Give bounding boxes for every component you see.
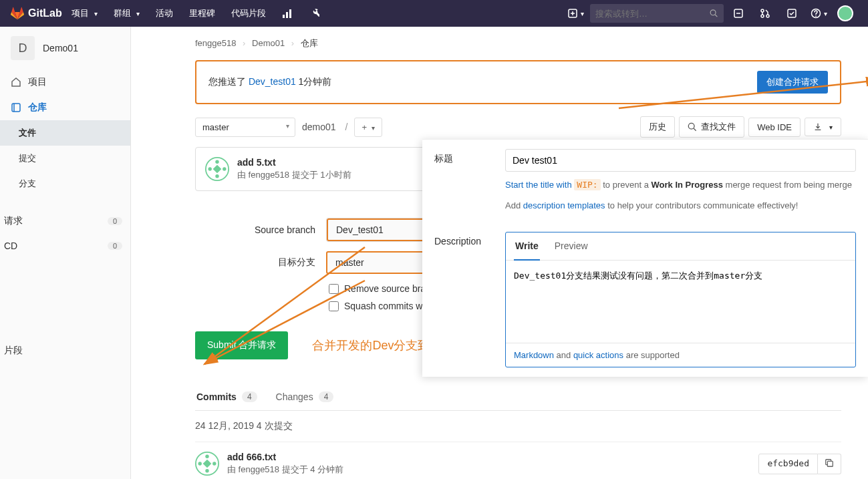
nav-issues-icon[interactable] [726, 0, 750, 27]
search-icon [688, 122, 697, 132]
svg-point-8 [766, 15, 769, 17]
sidebar-item-label: 分支 [19, 178, 36, 190]
mr-title-input[interactable] [505, 149, 856, 172]
sidebar-item-cd[interactable]: CD 0 [0, 234, 130, 258]
sidebar-item-snippets[interactable]: 片段 [0, 338, 130, 363]
tab-commits[interactable]: Commits 4 [195, 383, 259, 410]
nav-mr-icon[interactable] [753, 0, 777, 27]
mr-description-textarea[interactable]: Dev_test01分支结果测试没有问题，第二次合并到master分支 [506, 261, 855, 341]
chevron-down-icon: ▾ [370, 124, 375, 132]
nav-todos-icon[interactable] [780, 0, 804, 27]
gitlab-logo[interactable]: GitLab [11, 7, 62, 20]
svg-point-7 [761, 15, 764, 17]
nav-groups[interactable]: 群组▾ [107, 0, 146, 27]
nav-chart-icon[interactable] [275, 0, 299, 27]
sidebar-item-project[interactable]: 项目 [0, 69, 130, 95]
webide-button[interactable]: Web IDE [748, 118, 801, 137]
sidebar-item-requests[interactable]: 请求 0 [0, 208, 130, 234]
svg-point-23 [205, 469, 208, 472]
branch-selector[interactable]: master [195, 118, 295, 137]
template-hint: Add description templates to help your c… [505, 199, 856, 213]
count-badge: 4 [242, 391, 257, 402]
sidebar-item-label: 提交 [19, 152, 36, 164]
svg-point-21 [198, 462, 202, 465]
sidebar-item-label: 仓库 [28, 102, 47, 114]
tab-write[interactable]: Write [514, 232, 540, 261]
commit-title[interactable]: add 5.txt [237, 157, 351, 168]
push-message: 您推送了 Dev_test01 1分钟前 [208, 76, 331, 88]
sidebar-item-files[interactable]: 文件 [0, 120, 130, 146]
tab-preview[interactable]: Preview [553, 232, 589, 260]
sidebar-item-label: 片段 [4, 345, 23, 357]
commit-title[interactable]: add 666.txt [227, 452, 343, 462]
add-file-button[interactable]: + ▾ [354, 118, 382, 137]
breadcrumb-link[interactable]: Demo01 [252, 38, 285, 48]
nav-wrench-icon[interactable] [302, 0, 326, 27]
squash-checkbox[interactable] [329, 301, 339, 311]
description-label: Description [434, 232, 489, 367]
download-button[interactable]: ▾ [805, 118, 841, 136]
nav-projects[interactable]: 项目▾ [65, 0, 104, 27]
nav-user-avatar[interactable] [833, 0, 857, 27]
sidebar: D Demo01 项目 仓库 文件 提交 分支 请求 0 CD 0 片段 [0, 27, 131, 479]
title-label: 标题 [434, 149, 489, 213]
editor-footer-hint: Markdown and quick actions are supported [506, 343, 855, 367]
markdown-link[interactable]: Markdown [514, 350, 554, 360]
repo-toolbar: master demo01 / + ▾ 历史 查找文件 Web IDE ▾ [195, 116, 841, 138]
quick-actions-link[interactable]: quick actions [573, 350, 623, 360]
sidebar-item-repo[interactable]: 仓库 [0, 95, 130, 120]
path-crumb[interactable]: demo01 [299, 122, 339, 132]
commit-avatar [205, 157, 229, 181]
avatar-icon [837, 5, 853, 21]
push-banner: 您推送了 Dev_test01 1分钟前 创建合并请求 [195, 60, 841, 104]
nav-plus-icon[interactable]: ▾ [563, 0, 587, 27]
history-button[interactable]: 历史 [640, 116, 675, 138]
commits-date-heading: 24 12月, 2019 4 次提交 [195, 411, 841, 442]
commit-entry: add 666.txt 由 fengge518 提交于 4 分钟前 efcb9d… [195, 442, 841, 479]
sidebar-item-label: 文件 [19, 127, 36, 139]
search-input[interactable] [595, 9, 706, 19]
nav-activity[interactable]: 活动 [149, 0, 180, 27]
nav-help-icon[interactable]: ▾ [807, 0, 831, 27]
search-box[interactable] [590, 4, 724, 23]
commit-sha[interactable]: efcb9ded [758, 454, 818, 474]
svg-point-22 [212, 462, 216, 465]
svg-rect-11 [12, 104, 20, 112]
sidebar-project-header[interactable]: D Demo01 [0, 27, 130, 69]
nav-snippets[interactable]: 代码片段 [225, 0, 273, 27]
download-icon [813, 122, 823, 132]
svg-point-15 [208, 167, 212, 170]
create-mr-button[interactable]: 创建合并请求 [757, 71, 828, 94]
svg-point-4 [711, 10, 716, 15]
find-file-button[interactable]: 查找文件 [679, 116, 744, 138]
tab-changes[interactable]: Changes 4 [275, 383, 335, 410]
svg-rect-25 [827, 461, 833, 466]
copy-sha-button[interactable] [818, 454, 841, 474]
count-badge: 0 [108, 242, 122, 250]
brand-text: GitLab [28, 7, 62, 19]
top-nav: GitLab 项目▾ 群组▾ 活动 里程碑 代码片段 ▾ ▾ [0, 0, 868, 27]
remove-branch-checkbox[interactable] [329, 284, 339, 294]
breadcrumb-link[interactable]: fengge518 [195, 38, 236, 48]
copy-icon [825, 458, 834, 468]
svg-point-12 [689, 123, 695, 129]
breadcrumb-current: 仓库 [301, 38, 318, 48]
repo-icon [11, 102, 21, 113]
identicon-icon [205, 157, 229, 181]
sidebar-item-label: 项目 [28, 76, 47, 88]
branch-link[interactable]: Dev_test01 [249, 76, 296, 87]
project-name: Demo01 [43, 43, 78, 53]
tanuki-icon [11, 7, 24, 20]
submit-mr-button[interactable]: Submit 合并请求 [195, 331, 288, 359]
svg-point-20 [205, 455, 208, 458]
desc-templates-link[interactable]: description templates [523, 200, 605, 210]
sidebar-item-commits[interactable]: 提交 [0, 146, 130, 171]
sidebar-item-branches[interactable]: 分支 [0, 171, 130, 196]
svg-point-6 [761, 9, 764, 12]
count-badge: 0 [108, 217, 122, 225]
nav-milestones[interactable]: 里程碑 [182, 0, 222, 27]
sidebar-item-label: 请求 [4, 215, 23, 227]
commit-avatar [195, 452, 219, 476]
count-badge: 4 [319, 391, 334, 402]
svg-rect-1 [286, 12, 288, 18]
